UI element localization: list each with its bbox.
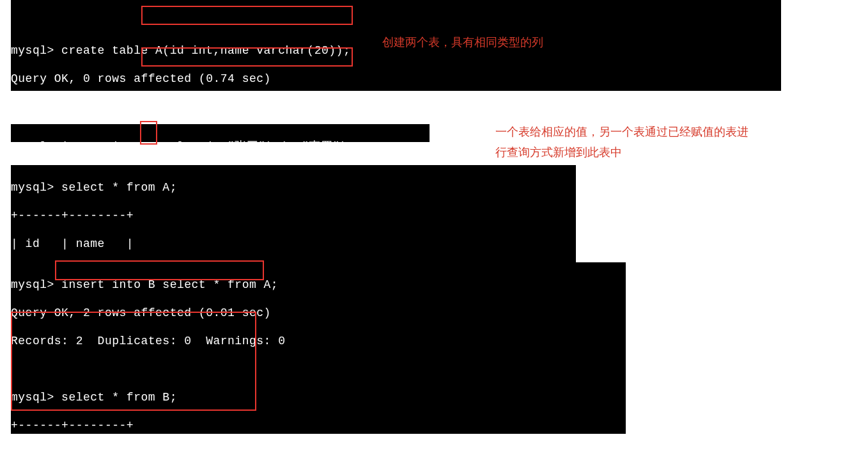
terminal-line: Query OK, 2 rows affected (0.01 sec) — [11, 306, 271, 319]
terminal-line — [11, 16, 473, 29]
terminal-line: mysql> create table A(id int,name varcha… — [11, 44, 350, 57]
annotation-create-tables: 创建两个表，具有相同类型的列 — [382, 32, 543, 52]
terminal-line: mysql> insert into B select * from A; — [11, 278, 278, 291]
terminal-block-2: mysql> insert into A values(1,"张三"),(2,"… — [11, 124, 430, 142]
annotation-insert-explain-l2: 行查询方式新增到此表中 — [495, 142, 622, 163]
terminal-block-3: mysql> select * from A; +------+--------… — [11, 165, 576, 265]
terminal-block-4: mysql> insert into B select * from A; Qu… — [11, 262, 626, 434]
terminal-line: | id | name | — [11, 447, 134, 453]
terminal-line: mysql> select * from B; — [11, 391, 177, 404]
annotation-insert-explain-l1: 一个表给相应的值，另一个表通过已经赋值的表进 — [495, 122, 748, 142]
terminal-line: mysql> insert into A values(1,"张三"),(2,"… — [11, 140, 354, 153]
terminal-line: mysql> select * from A; — [11, 181, 177, 194]
terminal-line: | id | name | — [11, 237, 134, 250]
terminal-line: +------+--------+ — [11, 419, 134, 432]
terminal-line: Records: 2 Duplicates: 0 Warnings: 0 — [11, 335, 285, 347]
terminal-line: Query OK, 0 rows affected (0.74 sec) — [11, 72, 271, 85]
terminal-line: +------+--------+ — [11, 209, 134, 222]
